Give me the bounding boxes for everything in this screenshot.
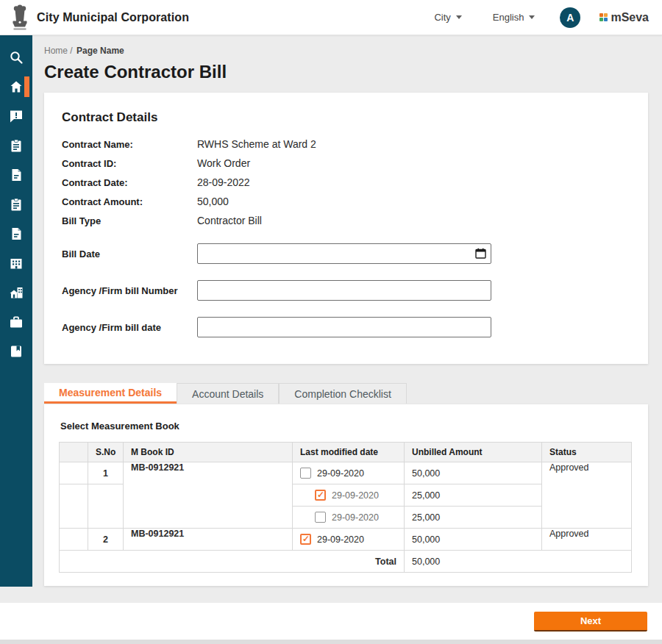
city-dropdown-label: City bbox=[434, 12, 450, 23]
checkbox[interactable] bbox=[315, 490, 326, 501]
bottom-strip bbox=[0, 640, 662, 644]
row2-sno: 2 bbox=[88, 529, 124, 551]
sidebar-item-home-work[interactable] bbox=[0, 284, 32, 301]
header-status: Status bbox=[542, 443, 632, 462]
main-content: Home / Page Name Create Contractor Bill … bbox=[32, 35, 662, 603]
sidebar bbox=[0, 35, 32, 587]
sidebar-item-document[interactable] bbox=[0, 166, 32, 184]
contract-name-row: Contract Name: RWHS Scheme at Ward 2 bbox=[62, 138, 630, 151]
sidebar-item-complaints[interactable] bbox=[0, 107, 32, 125]
subrow1-date-cell: 29-09-2020 bbox=[293, 484, 405, 507]
sidebar-item-clipboard-2[interactable] bbox=[0, 196, 32, 213]
contract-amount-value: 50,000 bbox=[197, 196, 229, 207]
header-unbilled-amount: Unbilled Amount bbox=[405, 443, 542, 462]
tab-account-details[interactable]: Account Details bbox=[177, 383, 279, 404]
breadcrumb: Home / Page Name bbox=[44, 46, 648, 56]
checkbox[interactable] bbox=[315, 512, 326, 523]
bill-date-row: Bill Date bbox=[62, 243, 630, 264]
sidebar-item-home[interactable] bbox=[0, 78, 32, 96]
subrow2-amount: 25,000 bbox=[405, 507, 542, 529]
row1-spacer bbox=[60, 462, 88, 484]
active-indicator bbox=[24, 76, 29, 97]
table-total-row: Total 50,000 bbox=[60, 551, 632, 573]
mseva-logo: mSeva bbox=[599, 11, 649, 24]
sidebar-item-building[interactable] bbox=[0, 254, 32, 272]
measurement-book-table: S.No M Book ID Last modified date Unbill… bbox=[59, 442, 632, 573]
row1-sno: 1 bbox=[88, 462, 124, 484]
top-header: City Municipal Corporation City English … bbox=[0, 0, 662, 35]
row2-spacer bbox=[60, 529, 88, 551]
row2-mbook-link[interactable]: MB-0912921 bbox=[124, 529, 293, 551]
contract-details-card: Contract Details Contract Name: RWHS Sch… bbox=[44, 93, 648, 364]
briefcase-icon bbox=[9, 315, 24, 329]
tab-measurement-details[interactable]: Measurement Details bbox=[44, 383, 177, 404]
measurement-details-card: Select Measurement Book S.No M Book ID L… bbox=[44, 404, 648, 586]
contract-amount-label: Contract Amount: bbox=[62, 196, 197, 208]
header-empty bbox=[60, 443, 88, 462]
tab-bar: Measurement Details Account Details Comp… bbox=[44, 383, 648, 404]
agency-bill-date-label: Agency /Firm bill date bbox=[62, 322, 197, 333]
row2-date: 29-09-2020 bbox=[317, 534, 364, 545]
table-header-row: S.No M Book ID Last modified date Unbill… bbox=[60, 443, 632, 462]
national-emblem-icon bbox=[10, 4, 29, 32]
clipboard2-icon bbox=[9, 197, 24, 212]
sidebar-item-document-2[interactable] bbox=[0, 225, 32, 243]
sidebar-item-clipboard[interactable] bbox=[0, 137, 32, 154]
row2-date-cell: 29-09-2020 bbox=[293, 529, 405, 551]
table-row: 2 MB-0912921 29-09-2020 50,000 Approved bbox=[60, 529, 632, 551]
breadcrumb-separator: / bbox=[70, 46, 72, 56]
language-dropdown[interactable]: English bbox=[493, 12, 535, 23]
contract-details-heading: Contract Details bbox=[62, 110, 630, 125]
subrow2-date: 29-09-2020 bbox=[332, 512, 379, 523]
search-icon bbox=[9, 50, 24, 65]
contract-name-label: Contract Name: bbox=[62, 139, 197, 151]
bookmark-icon bbox=[9, 344, 24, 359]
city-dropdown[interactable]: City bbox=[434, 12, 461, 23]
bill-type-label: Bill Type bbox=[62, 215, 197, 227]
complaint-icon bbox=[9, 109, 24, 124]
header-sno: S.No bbox=[88, 443, 124, 462]
subrow1-amount: 25,000 bbox=[405, 484, 542, 507]
language-dropdown-label: English bbox=[493, 12, 524, 23]
chevron-down-icon bbox=[456, 15, 462, 19]
document2-icon bbox=[9, 226, 24, 241]
agency-bill-number-label: Agency /Firm bill Number bbox=[62, 285, 197, 296]
sidebar-item-briefcase[interactable] bbox=[0, 313, 32, 331]
next-button[interactable]: Next bbox=[534, 612, 647, 632]
tab-completion-checklist[interactable]: Completion Checklist bbox=[279, 383, 407, 404]
app-title: City Municipal Corporation bbox=[37, 11, 189, 24]
contract-name-value: RWHS Scheme at Ward 2 bbox=[197, 138, 316, 150]
total-label: Total bbox=[60, 551, 405, 573]
subrow-sno-spacer bbox=[88, 484, 124, 529]
row1-amount: 50,000 bbox=[405, 462, 542, 484]
bill-type-value: Contractor Bill bbox=[197, 215, 262, 226]
mseva-brand-text: mSeva bbox=[611, 11, 649, 24]
header-mbook-id: M Book ID bbox=[124, 443, 293, 462]
content-area: Home / Page Name Create Contractor Bill … bbox=[0, 35, 662, 603]
table-row: 1 MB-0912921 29-09-2020 50,000 Approved bbox=[60, 462, 632, 484]
chevron-down-icon bbox=[529, 15, 535, 19]
contract-id-value: Work Order bbox=[197, 157, 250, 169]
checkbox[interactable] bbox=[300, 534, 311, 545]
row1-mbook-link[interactable]: MB-0912921 bbox=[124, 462, 293, 529]
agency-bill-number-input[interactable] bbox=[197, 280, 491, 301]
bill-type-row: Bill Type Contractor Bill bbox=[62, 215, 630, 227]
sidebar-item-bookmark[interactable] bbox=[0, 343, 32, 360]
checkbox[interactable] bbox=[300, 468, 311, 479]
sidebar-item-search[interactable] bbox=[0, 49, 32, 66]
agency-bill-date-input[interactable] bbox=[197, 317, 491, 337]
building-icon bbox=[9, 256, 24, 271]
clipboard-icon bbox=[9, 138, 24, 153]
contract-date-value: 28-09-2022 bbox=[197, 176, 250, 188]
user-avatar[interactable]: A bbox=[560, 7, 580, 28]
mseva-dots-icon bbox=[599, 13, 608, 21]
bill-date-label: Bill Date bbox=[62, 248, 197, 260]
subrow1-date: 29-09-2020 bbox=[332, 490, 379, 501]
agency-bill-number-row: Agency /Firm bill Number bbox=[62, 280, 630, 301]
row1-date-cell: 29-09-2020 bbox=[293, 462, 405, 484]
breadcrumb-home[interactable]: Home bbox=[44, 46, 68, 56]
bill-date-input[interactable] bbox=[197, 243, 491, 264]
home-work-icon bbox=[9, 285, 24, 300]
row2-status: Approved bbox=[542, 529, 632, 551]
contract-id-row: Contract ID: Work Order bbox=[62, 157, 630, 170]
